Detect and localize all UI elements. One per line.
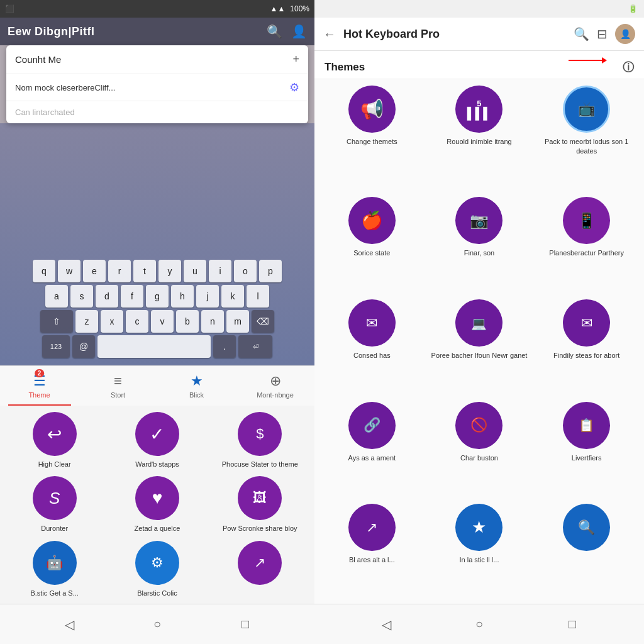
right-label-round: Rouold inimble itrang (447, 137, 511, 147)
key-q[interactable]: q (33, 260, 55, 282)
grid-item-zetad[interactable]: ♥ Zetad a quelce (108, 476, 206, 533)
key-backspace[interactable]: ⌫ (252, 310, 274, 333)
key-at[interactable]: @ (72, 335, 95, 358)
right-circle-findily: ✉ (563, 299, 610, 347)
key-t[interactable]: t (133, 260, 156, 282)
right-label-change-themes: Change themets (347, 137, 397, 147)
right-grid-item-ays[interactable]: 🔗 Ays as a ament (321, 402, 423, 496)
grid-item-robot[interactable]: 🤖 B.stic Get a S... (5, 541, 104, 597)
right-grid-item-finar[interactable]: 📷 Finar, son (428, 197, 531, 291)
key-r[interactable]: r (108, 260, 131, 282)
left-app-indicator: ⬛ (5, 4, 14, 13)
right-circle-livertfiers: 📋 (563, 402, 610, 449)
grid-item-phocuse[interactable]: $ Phocuse Stater to theme (211, 412, 309, 469)
key-i[interactable]: i (209, 260, 231, 282)
right-back-icon[interactable]: ← (323, 27, 336, 42)
right-grid-item-star[interactable]: ★ In la stic ll l... (428, 504, 531, 597)
key-o[interactable]: o (234, 260, 257, 282)
info-icon[interactable]: ⓘ (623, 60, 634, 75)
right-grid-item-sorice[interactable]: 🍎 Sorice state (321, 197, 423, 291)
right-menu-icon[interactable]: ⊟ (597, 26, 608, 42)
right-circle-finar: 📷 (455, 197, 502, 244)
key-123[interactable]: 123 (42, 335, 70, 358)
grid-circle-zetad: ♥ (135, 476, 179, 520)
key-c[interactable]: c (126, 310, 148, 333)
key-v[interactable]: v (151, 310, 174, 333)
left-title: Eew Dibgn|Pitfl (8, 25, 95, 38)
right-grid-item-share2[interactable]: ↗ Bl ares alt a l... (321, 504, 423, 597)
right-title: Hot Keyboard Pro (343, 28, 566, 41)
key-w[interactable]: w (58, 260, 80, 282)
grid-item-pow[interactable]: 🖼 Pow Scronke share bloy (211, 476, 309, 533)
dropdown-row-1[interactable]: Counht Me + (6, 45, 308, 74)
nav-stort[interactable]: ≡ Stort (79, 366, 157, 406)
key-x[interactable]: x (101, 310, 123, 333)
key-return[interactable]: ⏎ (238, 335, 272, 358)
grid-item-high-clear[interactable]: ↩ High Clear (5, 412, 104, 469)
right-label-star: In la stic ll l... (460, 555, 499, 565)
key-g[interactable]: g (146, 285, 169, 308)
grid-item-share[interactable]: ↗ (211, 541, 309, 597)
key-e[interactable]: e (83, 260, 106, 282)
key-d[interactable]: d (96, 285, 118, 308)
right-grid-item-search2[interactable]: 🔍 (535, 504, 638, 597)
grid-label-zetad: Zetad a quelce (135, 524, 180, 533)
right-grid-item-findily[interactable]: ✉ Findily steas for abort (535, 299, 638, 393)
left-home-button[interactable]: ○ (145, 612, 170, 637)
right-search-icon[interactable]: 🔍 (574, 26, 589, 42)
key-h[interactable]: h (171, 285, 194, 308)
key-s[interactable]: s (70, 285, 93, 308)
key-l[interactable]: l (247, 285, 269, 308)
key-m[interactable]: m (226, 310, 249, 333)
right-grid-item-consed[interactable]: ✉ Consed has (321, 299, 423, 393)
right-grid-item-livertfiers[interactable]: 📋 Livertfiers (535, 402, 638, 496)
right-home-button[interactable]: ○ (467, 612, 492, 637)
right-circle-ays: 🔗 (348, 402, 396, 449)
right-grid-item-round[interactable]: 5▌▌▌ Rouold inimble itrang (428, 86, 531, 188)
key-z[interactable]: z (75, 310, 98, 333)
grid-circle-robot: 🤖 (33, 541, 77, 585)
key-b[interactable]: b (176, 310, 199, 333)
right-square-button[interactable]: □ (560, 612, 585, 637)
left-top-icons: 🔍 👤 (267, 24, 307, 39)
key-j[interactable]: j (196, 285, 219, 308)
key-period[interactable]: . (213, 335, 236, 358)
key-n[interactable]: n (201, 310, 224, 333)
nav-theme[interactable]: 2 ☰ Theme (0, 366, 79, 406)
add-icon[interactable]: + (292, 53, 299, 66)
montnbnge-icon: ⊕ (270, 373, 281, 389)
dropdown-row-2[interactable]: Nom mock cleserbereCliff... ⚙ (6, 74, 308, 101)
right-grid-item-char[interactable]: 🚫 Char buston (428, 402, 531, 496)
nav-montnbnge[interactable]: ⊕ Mont-nbnge (236, 366, 314, 406)
key-k[interactable]: k (221, 285, 244, 308)
key-f[interactable]: f (121, 285, 143, 308)
key-shift[interactable]: ⇧ (40, 310, 73, 333)
right-circle-sorice: 🍎 (348, 197, 396, 244)
key-space[interactable] (97, 335, 211, 358)
right-label-finar: Finar, son (464, 248, 494, 258)
right-circle-search2: 🔍 (563, 504, 610, 551)
right-grid-item-planes[interactable]: 📱 Planesberactur Parthery (535, 197, 638, 291)
grid-label-gear: Blarstic Colic (137, 589, 177, 597)
key-a[interactable]: a (45, 285, 68, 308)
grid-item-gear[interactable]: ⚙ Blarstic Colic (108, 541, 206, 597)
left-square-button[interactable]: □ (233, 612, 258, 637)
grid-item-duronter[interactable]: S Duronter (5, 476, 104, 533)
theme-icon: 2 ☰ (33, 373, 46, 389)
left-search-icon[interactable]: 🔍 (267, 24, 282, 39)
avatar[interactable]: 👤 (615, 24, 635, 44)
left-back-button[interactable]: ◁ (57, 612, 82, 637)
right-grid-item-change-themes[interactable]: 📢 Change themets (321, 86, 423, 188)
right-back-button[interactable]: ◁ (374, 612, 399, 637)
nav-blick[interactable]: ★ Blick (157, 366, 236, 406)
grid-item-wardb[interactable]: ✓ Ward'b stapps (108, 412, 206, 469)
key-p[interactable]: p (259, 260, 282, 282)
left-profile-icon[interactable]: 👤 (291, 24, 307, 39)
key-y[interactable]: y (158, 260, 181, 282)
key-u[interactable]: u (184, 260, 206, 282)
dropdown-row-3: Can lintarchated (6, 101, 308, 123)
gear-icon[interactable]: ⚙ (289, 80, 299, 94)
right-grid-item-poree[interactable]: 💻 Poree bacher Ifoun Newr ganet (428, 299, 531, 393)
right-grid-item-pack[interactable]: 📺 Pack to meorbt lodus son 1 deates (535, 86, 638, 188)
right-label-consed: Consed has (353, 351, 391, 360)
